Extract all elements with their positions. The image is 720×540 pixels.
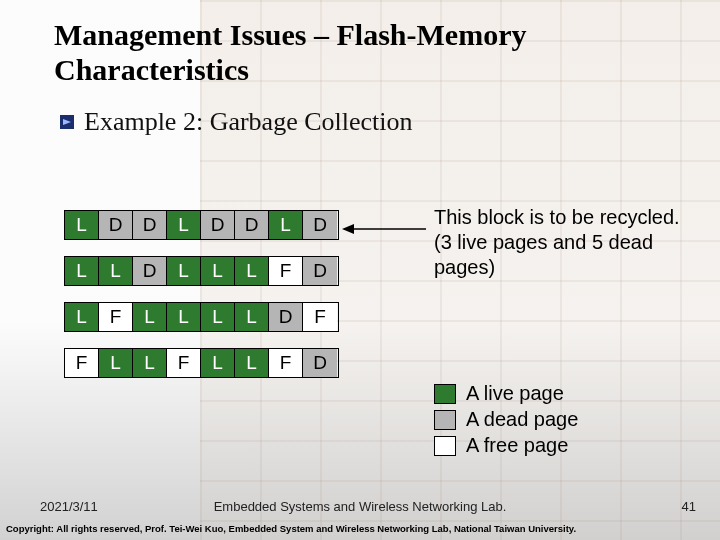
legend: A live page A dead page A free page: [434, 382, 578, 460]
page-cell: D: [303, 257, 337, 285]
bullet-icon: [60, 115, 74, 129]
swatch-dead-icon: [434, 410, 456, 430]
page-cell: L: [235, 349, 269, 377]
page-cell: L: [201, 257, 235, 285]
page-cell: L: [133, 349, 167, 377]
page-cell: D: [303, 211, 337, 239]
page-cell: L: [235, 257, 269, 285]
legend-free: A free page: [434, 434, 578, 457]
note-line1: This block is to be recycled.: [434, 205, 704, 230]
footer-page: 41: [682, 499, 696, 514]
page-cell: D: [201, 211, 235, 239]
page-cell: L: [167, 257, 201, 285]
slide-subtitle: Example 2: Garbage Collection: [84, 107, 413, 137]
page-cell: L: [269, 211, 303, 239]
page-cell: F: [167, 349, 201, 377]
page-cell: D: [133, 211, 167, 239]
block-row: LDDLDDLD: [64, 210, 339, 240]
legend-dead: A dead page: [434, 408, 578, 431]
legend-live-label: A live page: [466, 382, 564, 405]
page-cell: D: [235, 211, 269, 239]
page-cell: L: [167, 303, 201, 331]
subtitle-row: Example 2: Garbage Collection: [0, 93, 720, 137]
arrow-icon: [342, 220, 426, 238]
page-cell: D: [303, 349, 337, 377]
page-cell: L: [65, 257, 99, 285]
page-cell: F: [65, 349, 99, 377]
svg-marker-3: [342, 224, 354, 234]
recycle-note: This block is to be recycled. (3 live pa…: [434, 205, 704, 280]
page-cell: F: [303, 303, 337, 331]
page-cell: L: [133, 303, 167, 331]
slide: Management Issues – Flash-Memory Charact…: [0, 0, 720, 540]
block-row: FLLFLLFD: [64, 348, 339, 378]
page-cell: L: [167, 211, 201, 239]
swatch-free-icon: [434, 436, 456, 456]
block-row: LFLLLLDF: [64, 302, 339, 332]
note-line2: (3 live pages and 5 dead pages): [434, 230, 704, 280]
page-cell: D: [99, 211, 133, 239]
legend-dead-label: A dead page: [466, 408, 578, 431]
slide-title: Management Issues – Flash-Memory Charact…: [0, 0, 720, 93]
footer-center: Embedded Systems and Wireless Networking…: [0, 499, 720, 514]
page-cell: L: [65, 211, 99, 239]
page-cell: D: [269, 303, 303, 331]
legend-live: A live page: [434, 382, 578, 405]
page-cell: L: [235, 303, 269, 331]
block-row: LLDLLLFD: [64, 256, 339, 286]
page-cell: L: [99, 257, 133, 285]
footer-copyright: Copyright: All rights reserved, Prof. Te…: [6, 523, 576, 534]
page-cell: F: [269, 349, 303, 377]
page-cell: L: [99, 349, 133, 377]
swatch-live-icon: [434, 384, 456, 404]
page-cell: D: [133, 257, 167, 285]
page-cell: F: [99, 303, 133, 331]
legend-free-label: A free page: [466, 434, 568, 457]
page-cell: F: [269, 257, 303, 285]
page-cell: L: [65, 303, 99, 331]
page-cell: L: [201, 349, 235, 377]
page-cell: L: [201, 303, 235, 331]
